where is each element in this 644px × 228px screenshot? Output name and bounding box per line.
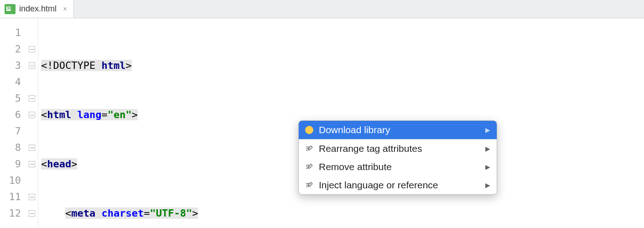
fold-gutter [26,18,38,228]
chevron-right-icon: ▶ [485,163,490,171]
edit-icon [305,181,313,189]
html-file-icon [5,4,16,14]
fold-toggle-icon[interactable] [29,112,35,118]
lightbulb-icon [305,126,313,134]
line-number[interactable]: 6 [0,107,26,123]
fold-toggle-icon[interactable] [29,194,35,200]
menu-item-label: Rearrange tag attributes [319,143,422,154]
menu-item-label: Download library [319,124,390,135]
chevron-right-icon: ▶ [485,181,490,189]
line-number[interactable]: 9 [0,156,26,172]
line-number[interactable]: 12 [0,205,26,222]
intention-actions-menu: Download library ▶ Rearrange tag attribu… [298,120,497,195]
chevron-right-icon: ▶ [485,145,490,152]
fold-toggle-icon[interactable] [29,210,35,217]
fold-toggle-icon[interactable] [29,95,35,102]
menu-item-remove-attribute[interactable]: Remove attribute ▶ [299,158,497,176]
tab-bar: index.html × [0,0,644,18]
line-number[interactable]: 8 [0,140,26,156]
line-number[interactable]: 4 [0,74,26,90]
line-number[interactable]: 3 [0,57,26,74]
menu-item-label: Inject language or reference [319,180,438,191]
line-number[interactable]: 2 [0,41,26,57]
fold-toggle-icon[interactable] [29,46,35,52]
editor-tab[interactable]: index.html × [0,0,74,18]
fold-toggle-icon[interactable] [29,145,35,151]
menu-item-download-library[interactable]: Download library ▶ [299,121,497,139]
menu-item-label: Remove attribute [319,161,392,172]
menu-item-rearrange-attributes[interactable]: Rearrange tag attributes ▶ [299,140,497,158]
line-number[interactable]: 11 [0,189,26,205]
fold-toggle-icon[interactable] [29,161,35,167]
line-number[interactable]: 7 [0,123,26,140]
line-number[interactable]: 5 [0,90,26,107]
line-number[interactable]: 1 [0,25,26,41]
edit-icon [305,145,313,153]
tab-filename: index.html [19,4,57,14]
line-number[interactable]: 10 [0,172,26,189]
line-number-gutter: 1 2 3 4 5 6 7 8 9 10 11 12 [0,18,26,228]
menu-item-inject-language[interactable]: Inject language or reference ▶ [299,176,497,194]
code-editor: 1 2 3 4 5 6 7 8 9 10 11 12 <!DOCTYPE htm… [0,18,644,228]
chevron-right-icon: ▶ [485,126,490,134]
edit-icon [305,163,313,171]
close-icon[interactable]: × [63,5,67,13]
fold-toggle-icon[interactable] [29,62,35,69]
